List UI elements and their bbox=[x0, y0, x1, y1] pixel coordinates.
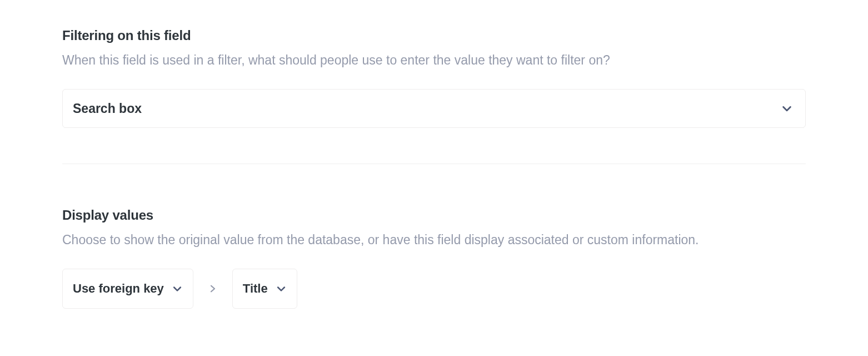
filtering-select[interactable]: Search box bbox=[62, 89, 806, 128]
filtering-description: When this field is used in a filter, wha… bbox=[62, 51, 806, 69]
display-values-description: Choose to show the original value from t… bbox=[62, 231, 806, 249]
foreign-key-select[interactable]: Use foreign key bbox=[62, 269, 193, 309]
display-values-selects: Use foreign key Title bbox=[62, 269, 806, 309]
title-field-select[interactable]: Title bbox=[232, 269, 297, 309]
filtering-title: Filtering on this field bbox=[62, 28, 806, 43]
title-field-select-value: Title bbox=[243, 281, 268, 296]
filtering-select-value: Search box bbox=[73, 101, 142, 116]
display-values-section: Display values Choose to show the origin… bbox=[62, 207, 806, 309]
foreign-key-select-value: Use foreign key bbox=[73, 281, 164, 296]
section-divider bbox=[62, 164, 806, 164]
filtering-section: Filtering on this field When this field … bbox=[62, 28, 806, 128]
chevron-right-icon bbox=[208, 284, 218, 294]
chevron-down-icon bbox=[172, 283, 183, 294]
display-values-title: Display values bbox=[62, 207, 806, 223]
chevron-down-icon bbox=[276, 283, 287, 294]
chevron-down-icon bbox=[781, 102, 793, 115]
